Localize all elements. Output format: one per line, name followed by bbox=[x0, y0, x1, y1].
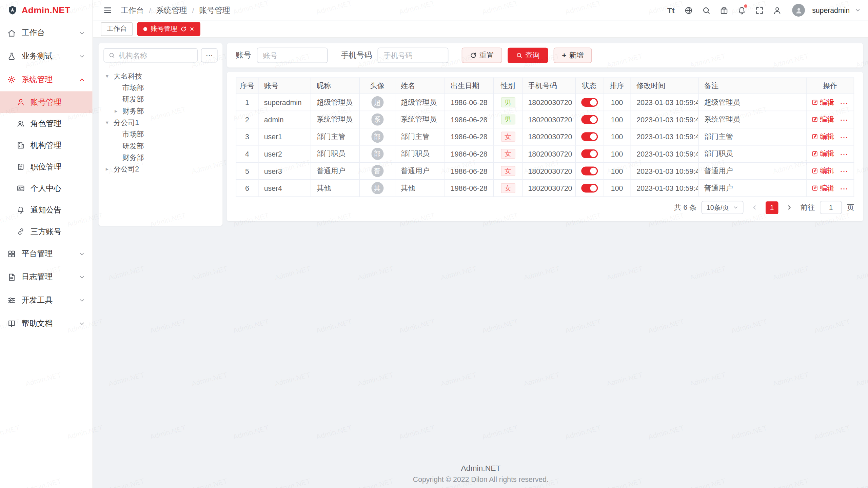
caret-right-icon[interactable]: ▸ bbox=[106, 166, 114, 172]
sex-tag: 女 bbox=[501, 166, 515, 176]
chevron-left-icon bbox=[751, 204, 758, 211]
sidebar-item-third-party-account[interactable]: 三方账号 bbox=[0, 221, 93, 242]
sidebar-item-log-mgmt[interactable]: 日志管理 bbox=[0, 266, 93, 289]
tree-node[interactable]: 市场部 bbox=[103, 82, 217, 94]
row-more-button[interactable]: ⋯ bbox=[840, 98, 849, 106]
sidebar-item-business-test[interactable]: 业务测试 bbox=[0, 45, 93, 68]
breadcrumb-item[interactable]: 工作台 bbox=[121, 5, 144, 15]
sidebar-item-platform-mgmt[interactable]: 平台管理 bbox=[0, 242, 93, 266]
edit-button[interactable]: 编辑 bbox=[811, 97, 834, 107]
sidebar-item-account-mgmt[interactable]: 账号管理 bbox=[0, 91, 93, 113]
status-toggle[interactable] bbox=[581, 133, 597, 141]
profile-button[interactable] bbox=[770, 3, 784, 17]
user-avatar[interactable] bbox=[792, 4, 805, 17]
edit-button[interactable]: 编辑 bbox=[811, 149, 834, 159]
reset-button[interactable]: 重置 bbox=[462, 47, 502, 63]
edit-icon bbox=[811, 99, 818, 106]
add-label: 新增 bbox=[569, 50, 584, 60]
search-button[interactable]: 查询 bbox=[508, 47, 548, 63]
sidebar-item-notice[interactable]: 通知公告 bbox=[0, 199, 93, 221]
row-more-button[interactable]: ⋯ bbox=[840, 184, 849, 192]
breadcrumb-item[interactable]: 系统管理 bbox=[156, 5, 187, 15]
cell-time: 2023-01-03 10:59:44 bbox=[631, 180, 698, 197]
row-more-button[interactable]: ⋯ bbox=[840, 150, 849, 158]
close-icon[interactable]: × bbox=[190, 25, 194, 32]
add-button[interactable]: + 新增 bbox=[554, 47, 592, 63]
cell-no: 6 bbox=[236, 180, 258, 197]
font-size-button[interactable]: Tt bbox=[664, 3, 678, 17]
sidebar: Admin.NET 工作台 业务测试 系统管理 账号管理 bbox=[0, 0, 93, 488]
caret-right-icon[interactable]: ▸ bbox=[115, 108, 122, 114]
phone-input[interactable] bbox=[377, 47, 448, 63]
tree-more-button[interactable]: ⋯ bbox=[201, 48, 218, 62]
sidebar-item-role-mgmt[interactable]: 角色管理 bbox=[0, 113, 93, 135]
goto-page-input[interactable] bbox=[820, 201, 842, 214]
row-more-button[interactable]: ⋯ bbox=[840, 115, 849, 123]
brand[interactable]: Admin.NET bbox=[0, 0, 93, 20]
status-toggle[interactable] bbox=[581, 167, 597, 176]
cell-phone: 18020030720 bbox=[522, 94, 575, 111]
user-menu-chevron-icon[interactable] bbox=[855, 7, 861, 13]
page-number-active[interactable]: 1 bbox=[766, 201, 778, 214]
table-row: 3 user1 部门主管 部 部门主管 1986-06-28 女 1802003… bbox=[236, 128, 854, 145]
org-search-input[interactable] bbox=[118, 51, 193, 59]
edit-button[interactable]: 编辑 bbox=[811, 132, 834, 142]
global-search-button[interactable] bbox=[699, 3, 713, 17]
status-toggle[interactable] bbox=[581, 149, 597, 158]
sidebar-item-help-docs[interactable]: 帮助文档 bbox=[0, 312, 93, 336]
tree-node[interactable]: ▾ 分公司1 bbox=[103, 117, 217, 128]
sidebar-item-org-mgmt[interactable]: 机构管理 bbox=[0, 135, 93, 156]
tree-node[interactable]: ▾ 大名科技 bbox=[103, 70, 217, 82]
tree-node[interactable]: 市场部 bbox=[103, 128, 217, 140]
username[interactable]: superadmin bbox=[812, 6, 850, 14]
notification-button[interactable] bbox=[735, 3, 749, 17]
refresh-icon[interactable] bbox=[180, 26, 186, 32]
gear-icon bbox=[7, 75, 16, 84]
active-dot-icon bbox=[143, 27, 147, 30]
cell-nickname: 其他 bbox=[311, 180, 360, 197]
status-toggle[interactable] bbox=[581, 98, 597, 107]
cell-birthday: 1986-06-28 bbox=[445, 145, 494, 163]
edit-button[interactable]: 编辑 bbox=[811, 183, 834, 193]
sidebar-item-dev-tools[interactable]: 开发工具 bbox=[0, 289, 93, 312]
next-page-button[interactable] bbox=[783, 201, 795, 214]
sidebar-item-position-mgmt[interactable]: 职位管理 bbox=[0, 156, 93, 178]
tab-account-mgmt[interactable]: 账号管理 × bbox=[137, 22, 200, 36]
tree-node[interactable]: 研发部 bbox=[103, 94, 217, 105]
sidebar-item-label: 工作台 bbox=[22, 28, 73, 38]
caret-down-icon[interactable]: ▾ bbox=[106, 73, 114, 79]
cell-phone: 18020030720 bbox=[522, 128, 575, 145]
edit-button[interactable]: 编辑 bbox=[811, 115, 834, 124]
sidebar-item-label: 系统管理 bbox=[22, 75, 73, 84]
prev-page-button[interactable] bbox=[748, 201, 761, 214]
status-toggle[interactable] bbox=[581, 184, 597, 192]
page-size-select[interactable]: 10条/页 bbox=[702, 201, 744, 214]
tree-node[interactable]: 财务部 bbox=[103, 151, 217, 163]
cell-no: 3 bbox=[236, 128, 258, 145]
fullscreen-button[interactable] bbox=[752, 3, 767, 17]
tree-node[interactable]: ▸ 财务部 bbox=[103, 105, 217, 117]
sidebar-item-system-mgmt[interactable]: 系统管理 bbox=[0, 68, 93, 92]
account-label: 账号 bbox=[236, 50, 252, 60]
caret-down-icon[interactable]: ▾ bbox=[106, 120, 114, 126]
sidebar-item-personal-center[interactable]: 个人中心 bbox=[0, 178, 93, 199]
row-more-button[interactable]: ⋯ bbox=[840, 167, 849, 175]
tree-node[interactable]: ▸ 分公司2 bbox=[103, 163, 217, 175]
sex-tag: 女 bbox=[501, 132, 515, 142]
sidebar-item-label: 业务测试 bbox=[22, 52, 73, 61]
collapse-menu-button[interactable] bbox=[101, 4, 114, 17]
edit-button[interactable]: 编辑 bbox=[811, 166, 834, 176]
row-more-button[interactable]: ⋯ bbox=[840, 133, 849, 141]
org-tree: ▾ 大名科技 市场部 研发部 ▸ 财务部 bbox=[103, 70, 217, 175]
breadcrumb-item[interactable]: 账号管理 bbox=[199, 5, 230, 15]
col-time: 修改时间 bbox=[631, 78, 698, 94]
tree-node[interactable]: 研发部 bbox=[103, 140, 217, 151]
sidebar-item-workbench[interactable]: 工作台 bbox=[0, 22, 93, 45]
theme-button[interactable] bbox=[717, 3, 731, 17]
page-unit: 页 bbox=[847, 203, 854, 212]
table-row: 6 user4 其他 其 其他 1986-06-28 女 18020030720… bbox=[236, 180, 854, 197]
status-toggle[interactable] bbox=[581, 115, 597, 124]
account-input[interactable] bbox=[257, 47, 328, 63]
tab-workbench[interactable]: 工作台 bbox=[101, 22, 133, 36]
language-button[interactable] bbox=[682, 3, 696, 17]
